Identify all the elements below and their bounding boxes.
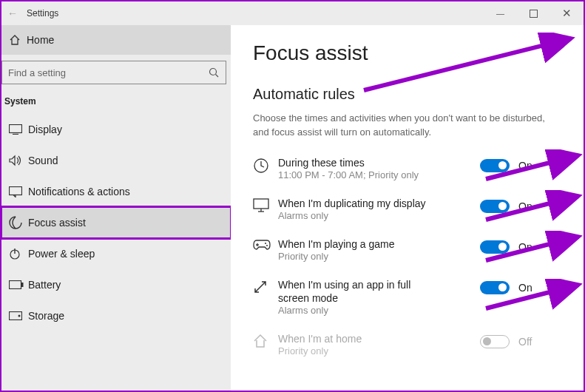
home-icon	[9, 34, 27, 46]
clock-icon	[253, 156, 278, 174]
window-title: Settings	[27, 8, 58, 18]
sidebar-item-label: Storage	[28, 310, 64, 322]
search-icon	[209, 67, 220, 78]
back-icon[interactable]: ←	[7, 7, 22, 19]
toggle-state: Off	[518, 336, 532, 348]
rule-subtitle: 11:00 PM - 7:00 AM; Priority only	[278, 169, 480, 182]
search-field[interactable]	[8, 67, 209, 78]
sidebar-item-label: Display	[28, 124, 62, 135]
svg-rect-8	[10, 281, 21, 289]
section-description: Choose the times and activities when you…	[253, 112, 549, 140]
rule-title: When I'm using an app in full screen mod…	[278, 278, 441, 305]
power-icon	[9, 248, 28, 260]
sidebar-item-label: Focus assist	[28, 217, 86, 229]
rule-subtitle: Alarms only	[278, 305, 480, 317]
close-button[interactable]: ✕	[550, 1, 584, 25]
svg-point-19	[266, 245, 268, 246]
rule-subtitle: Alarms only	[278, 210, 480, 223]
toggle-state: On	[518, 241, 532, 253]
svg-rect-13	[254, 199, 268, 209]
content-pane: Focus assist Automatic rules Choose the …	[231, 25, 584, 391]
rule-at-home: When I'm at home Priority only Off	[253, 332, 561, 358]
sidebar-item-label: Sound	[28, 155, 58, 166]
svg-point-1	[210, 68, 217, 75]
display-icon	[9, 124, 28, 135]
sidebar-item-label: Battery	[28, 279, 61, 291]
rule-title: When I'm playing a game	[278, 237, 441, 251]
rule-subtitle: Priority only	[278, 251, 480, 263]
toggle-duplicating-display[interactable]	[480, 200, 510, 213]
page-title: Focus assist	[253, 41, 561, 65]
toggle-state: On	[518, 200, 532, 212]
toggle-at-home	[480, 335, 510, 348]
svg-rect-5	[10, 186, 22, 195]
svg-rect-3	[10, 125, 22, 133]
rule-title: When I'm duplicating my display	[278, 197, 441, 210]
minimize-button[interactable]: —	[484, 1, 517, 25]
titlebar: ← Settings — ✕	[1, 1, 584, 25]
home-button[interactable]: Home	[1, 25, 231, 55]
svg-rect-9	[21, 283, 24, 287]
maximize-button[interactable]	[517, 1, 550, 25]
section-title: Automatic rules	[253, 86, 561, 103]
sidebar-item-storage[interactable]: Storage	[1, 300, 231, 331]
sound-icon	[9, 155, 28, 166]
home-location-icon	[253, 332, 278, 348]
svg-point-11	[18, 315, 21, 317]
toggle-fullscreen-app[interactable]	[480, 281, 510, 294]
gamepad-icon	[253, 237, 278, 251]
svg-line-2	[216, 74, 219, 77]
sidebar-item-focus-assist[interactable]: Focus assist	[1, 207, 231, 238]
notifications-icon	[9, 186, 28, 197]
rule-title: When I'm at home	[278, 332, 441, 345]
sidebar-item-battery[interactable]: Battery	[1, 269, 231, 300]
sidebar-item-label: Notifications & actions	[28, 186, 130, 197]
rule-playing-game[interactable]: When I'm playing a game Priority only On	[253, 237, 561, 263]
rule-fullscreen-app[interactable]: When I'm using an app in full screen mod…	[253, 278, 561, 317]
storage-icon	[9, 311, 28, 320]
battery-icon	[9, 280, 28, 289]
sidebar-item-sound[interactable]: Sound	[1, 145, 231, 176]
sidebar-item-label: Power & sleep	[28, 248, 95, 260]
toggle-state: On	[518, 282, 532, 294]
search-input[interactable]	[1, 61, 226, 84]
rule-during-times[interactable]: During these times 11:00 PM - 7:00 AM; P…	[253, 156, 561, 182]
sidebar-item-display[interactable]: Display	[1, 114, 231, 145]
focus-assist-icon	[9, 216, 28, 229]
svg-point-18	[265, 243, 266, 244]
rule-duplicating-display[interactable]: When I'm duplicating my display Alarms o…	[253, 197, 561, 223]
sidebar-item-notifications[interactable]: Notifications & actions	[1, 176, 231, 207]
home-label: Home	[27, 34, 54, 46]
fullscreen-icon	[253, 278, 278, 294]
toggle-during-times[interactable]	[480, 159, 510, 172]
sidebar-item-power[interactable]: Power & sleep	[1, 238, 231, 269]
toggle-playing-game[interactable]	[480, 240, 510, 254]
svg-rect-0	[530, 10, 538, 17]
sidebar: Home System Display Sound Notification	[1, 25, 231, 391]
rule-subtitle: Priority only	[278, 345, 480, 358]
rule-title: During these times	[278, 156, 441, 169]
monitor-icon	[253, 197, 278, 213]
sidebar-group-header: System	[1, 92, 231, 114]
toggle-state: On	[518, 160, 532, 172]
